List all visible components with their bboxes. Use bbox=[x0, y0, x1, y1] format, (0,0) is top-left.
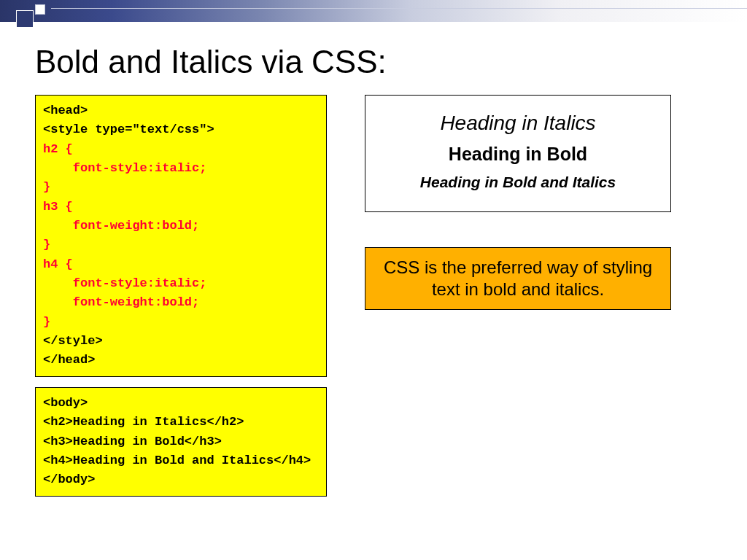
code-line: h3 { bbox=[43, 200, 73, 214]
code-line: font-style:italic; bbox=[43, 276, 206, 290]
code-line: font-weight:bold; bbox=[43, 295, 199, 309]
code-line: h2 { bbox=[43, 142, 73, 156]
code-line: <body> bbox=[43, 396, 88, 410]
code-line: } bbox=[43, 180, 50, 194]
code-line: </style> bbox=[43, 334, 103, 348]
slide-title: Bold and Italics via CSS: bbox=[0, 22, 747, 95]
code-line: </head> bbox=[43, 353, 95, 367]
code-line: <style type="text/css"> bbox=[43, 122, 214, 136]
code-line: <h2>Heading in Italics</h2> bbox=[43, 415, 244, 429]
slide-header-bar bbox=[0, 0, 747, 22]
code-line: font-weight:bold; bbox=[43, 219, 199, 233]
output-heading-italic: Heading in Italics bbox=[380, 112, 656, 135]
decoration-square-large bbox=[16, 10, 34, 28]
rendered-output-box: Heading in Italics Heading in Bold Headi… bbox=[365, 95, 671, 212]
note-callout: CSS is the preferred way of styling text… bbox=[365, 247, 671, 310]
output-heading-bold: Heading in Bold bbox=[380, 144, 656, 165]
code-line: } bbox=[43, 315, 50, 329]
code-line: } bbox=[43, 238, 50, 252]
code-line: <head> bbox=[43, 104, 88, 117]
code-line: <h4>Heading in Bold and Italics</h4> bbox=[43, 454, 311, 467]
decoration-square-small bbox=[35, 4, 45, 15]
code-line: <h3>Heading in Bold</h3> bbox=[43, 435, 222, 448]
output-heading-bold-italic: Heading in Bold and Italics bbox=[380, 174, 656, 191]
code-block-body: <body> <h2>Heading in Italics</h2> <h3>H… bbox=[35, 387, 327, 497]
code-line: font-style:italic; bbox=[43, 161, 206, 175]
code-block-head: <head> <style type="text/css"> h2 { font… bbox=[35, 95, 327, 377]
code-line: h4 { bbox=[43, 257, 73, 271]
decoration-rule bbox=[51, 8, 747, 9]
code-line: </body> bbox=[43, 472, 95, 486]
